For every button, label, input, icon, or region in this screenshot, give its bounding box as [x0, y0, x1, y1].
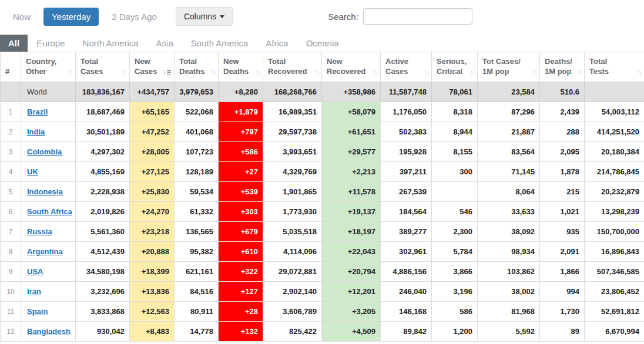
cell-cases_1m: 83,564 [478, 142, 540, 162]
cell-country: Brazil [21, 102, 76, 122]
cell-deaths_1m: 2,439 [540, 102, 585, 122]
country-link[interactable]: Indonesia [27, 187, 63, 196]
continent-tab-oceania[interactable]: Oceania [297, 35, 348, 52]
time-tab-yesterday[interactable]: Yesterday [43, 8, 99, 26]
search-input[interactable] [363, 8, 472, 25]
country-link[interactable]: India [27, 127, 45, 136]
col-header-label: Critical [437, 67, 474, 77]
search-label: Search: [328, 12, 358, 22]
country-link[interactable]: Bangladesh [27, 327, 71, 336]
cell-new_cases: +12,563 [130, 302, 175, 322]
cell-serious_critical: 8,155 [432, 142, 478, 162]
cell-total_cases: 34,580,198 [76, 262, 130, 282]
cell-total_deaths: 80,911 [175, 302, 219, 322]
sort-both-icon: ↑↓ [470, 68, 474, 76]
cell-active_cases: 397,211 [381, 162, 432, 182]
cell-active_cases: 4,886,156 [381, 262, 432, 282]
col-header-country[interactable]: Country,Other↑↓ [21, 52, 76, 82]
cell-total_deaths: 3,979,653 [175, 82, 219, 102]
country-link[interactable]: UK [27, 167, 38, 176]
cell-active_cases: 246,040 [381, 282, 432, 302]
sort-both-icon: ↑↓ [373, 68, 377, 76]
cell-rank: 10 [1, 282, 21, 302]
cell-rank: 3 [1, 142, 21, 162]
world-label: World [27, 87, 47, 96]
cell-total_recovered: 168,268,766 [263, 82, 322, 102]
country-link[interactable]: South Africa [27, 207, 72, 216]
col-header-label: Deaths [223, 67, 259, 77]
continent-tab-north-america[interactable]: North America [74, 35, 147, 52]
cell-country: Spain [21, 302, 76, 322]
country-link[interactable]: Brazil [27, 107, 48, 116]
continent-tab-all[interactable]: All [0, 35, 28, 52]
cell-total_deaths: 59,534 [175, 182, 219, 202]
cell-total_cases: 4,297,302 [76, 142, 130, 162]
cell-cases_1m: 33,633 [478, 202, 540, 222]
cell-cases_1m: 71,145 [478, 162, 540, 182]
cell-new_recovered: +11,578 [322, 182, 381, 202]
cell-active_cases: 11,587,748 [381, 82, 432, 102]
continent-tab-europe[interactable]: Europe [28, 35, 73, 52]
col-header-new_cases[interactable]: NewCases↓ [130, 52, 175, 82]
col-header-label: Active [385, 57, 428, 67]
continent-tab-africa[interactable]: Africa [257, 35, 297, 52]
col-header-new_deaths[interactable]: NewDeaths↑↓ [219, 52, 263, 82]
cell-serious_critical: 300 [432, 162, 478, 182]
cell-new_deaths: +132 [219, 322, 263, 342]
country-link[interactable]: Iran [27, 287, 41, 296]
columns-dropdown-button[interactable]: Columns [176, 7, 233, 26]
col-header-serious_critical[interactable]: Serious,Critical↑↓ [432, 52, 478, 82]
cell-total_cases: 183,836,167 [76, 82, 130, 102]
country-link[interactable]: Spain [27, 307, 48, 316]
cell-total_tests: 20,180,384 [585, 142, 644, 162]
cell-total_tests: 23,806,452 [585, 282, 644, 302]
cell-serious_critical: 3,866 [432, 262, 478, 282]
cell-country: Bangladesh [21, 322, 76, 342]
sort-both-icon: ↑↓ [211, 68, 215, 76]
cell-total_recovered: 5,035,518 [263, 222, 322, 242]
col-header-label: Recovered [327, 67, 377, 77]
cell-new_deaths: +679 [219, 222, 263, 242]
time-tab-now[interactable]: Now [7, 8, 36, 25]
cell-country: UK [21, 162, 76, 182]
cell-rank: 6 [1, 202, 21, 222]
col-header-total_tests[interactable]: TotalTests↑↓ [585, 52, 644, 82]
cell-active_cases: 195,928 [381, 142, 432, 162]
time-tab-2-days-ago[interactable]: 2 Days Ago [106, 8, 163, 25]
cell-new_recovered: +18,197 [322, 222, 381, 242]
country-link[interactable]: Russia [27, 227, 52, 236]
col-header-deaths_1m[interactable]: Deaths/1M pop↑↓ [540, 52, 585, 82]
col-header-label: Deaths [179, 67, 214, 77]
col-header-new_recovered[interactable]: NewRecovered↑↓ [322, 52, 381, 82]
cell-new_recovered: +22,043 [322, 242, 381, 262]
cell-serious_critical: 8,944 [432, 122, 478, 142]
cell-new_deaths: +797 [219, 122, 263, 142]
cell-new_recovered: +20,794 [322, 262, 381, 282]
continent-tab-south-america[interactable]: South America [182, 35, 257, 52]
cell-new_recovered: +2,213 [322, 162, 381, 182]
cell-country: Iran [21, 282, 76, 302]
cell-deaths_1m: 288 [540, 122, 585, 142]
cell-total_tests: 6,670,994 [585, 322, 644, 342]
cell-rank: 11 [1, 302, 21, 322]
col-header-total_recovered[interactable]: TotalRecovered↑↓ [263, 52, 322, 82]
cell-new_cases: +28,005 [130, 142, 175, 162]
col-header-total_deaths[interactable]: TotalDeaths↑↓ [175, 52, 219, 82]
country-link[interactable]: USA [27, 267, 43, 276]
col-header-active_cases[interactable]: ActiveCases↑↓ [381, 52, 432, 82]
col-header-cases_1m[interactable]: Tot Cases/1M pop↑↓ [478, 52, 540, 82]
sort-both-icon: ↑↓ [424, 68, 428, 76]
continent-tab-asia[interactable]: Asia [147, 35, 182, 52]
col-header-label: Total [589, 57, 640, 67]
cell-country: Argentina [21, 242, 76, 262]
col-header-total_cases[interactable]: TotalCases↑↓ [76, 52, 130, 82]
cell-new_cases: +24,270 [130, 202, 175, 222]
cell-serious_critical: 78,061 [432, 82, 478, 102]
country-link[interactable]: Colombia [27, 147, 62, 156]
country-link[interactable]: Argentina [27, 247, 63, 256]
header-row: #Country,Other↑↓TotalCases↑↓NewCases↓Tot… [1, 52, 644, 82]
cell-country: Colombia [21, 142, 76, 162]
cell-rank: 9 [1, 262, 21, 282]
col-header-label: Serious, [437, 57, 474, 67]
table-row: 7Russia5,561,360+23,218136,565+6795,035,… [1, 222, 644, 242]
